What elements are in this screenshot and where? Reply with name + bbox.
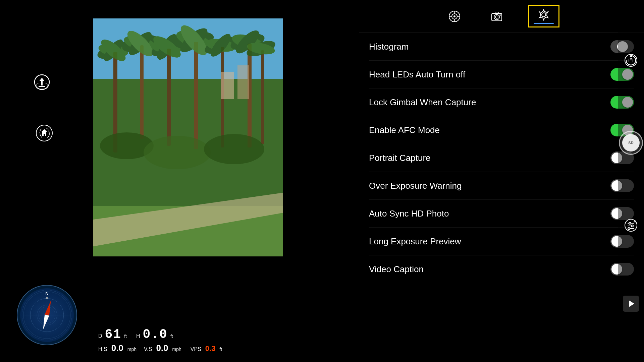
capture-button[interactable]: SD bbox=[619, 131, 643, 155]
hs-unit: mph bbox=[127, 347, 137, 352]
vs-label: V.S bbox=[144, 346, 152, 352]
vps-value: 0.3 bbox=[205, 344, 216, 353]
tab-active-indicator bbox=[534, 23, 554, 24]
svg-point-58 bbox=[495, 16, 498, 18]
distance-value: 61 bbox=[105, 327, 122, 342]
svg-marker-74 bbox=[629, 300, 634, 307]
settings-m-button[interactable]: M bbox=[621, 216, 641, 235]
capture-inner: SD bbox=[622, 134, 640, 152]
rotate-camera-button[interactable] bbox=[621, 51, 641, 70]
setting-label-video-caption: Video Caption bbox=[369, 264, 424, 275]
setting-label-portrait-capture: Portrait Capture bbox=[369, 153, 431, 163]
svg-rect-10 bbox=[261, 50, 264, 144]
setting-label-over-exposure: Over Exposure Warning bbox=[369, 181, 462, 191]
setting-row-head-leds: Head LEDs Auto Turn off bbox=[369, 61, 634, 88]
upload-button[interactable] bbox=[34, 74, 50, 92]
svg-point-72 bbox=[628, 228, 630, 230]
svg-point-65 bbox=[630, 58, 632, 59]
vs-unit: mph bbox=[172, 347, 181, 352]
compass-north-label: N bbox=[45, 291, 48, 296]
setting-row-video-caption: Video Caption bbox=[369, 255, 634, 283]
setting-label-auto-sync-hd: Auto Sync HD Photo bbox=[369, 208, 449, 219]
svg-rect-38 bbox=[221, 72, 234, 99]
compass: N bbox=[17, 285, 77, 345]
setting-label-histogram: Histogram bbox=[369, 42, 409, 52]
svg-point-37 bbox=[204, 134, 264, 164]
setting-label-lock-gimbal: Lock Gimbal When Capture bbox=[369, 97, 476, 108]
right-action-buttons: SD M bbox=[618, 0, 644, 362]
compass-circles-svg bbox=[20, 288, 74, 342]
tab-photo-mode[interactable] bbox=[443, 8, 466, 25]
tab-bar bbox=[359, 0, 644, 33]
svg-point-36 bbox=[144, 136, 211, 169]
setting-row-over-exposure: Over Exposure Warning bbox=[369, 172, 634, 200]
svg-point-68 bbox=[629, 222, 631, 224]
vps-label: VPS bbox=[191, 346, 201, 352]
hs-label: H.S bbox=[98, 346, 107, 352]
vs-value: 0.0 bbox=[156, 343, 168, 353]
height-value: 0.0 bbox=[143, 327, 168, 342]
tab-camera[interactable] bbox=[486, 8, 508, 25]
palm-trees-svg bbox=[93, 18, 283, 256]
playback-button[interactable] bbox=[623, 296, 639, 312]
height-unit: ft bbox=[170, 334, 173, 339]
setting-label-enable-afc: Enable AFC Mode bbox=[369, 125, 440, 135]
tab-settings[interactable] bbox=[528, 5, 559, 27]
setting-label-long-exposure: Long Exposure Preview bbox=[369, 236, 461, 247]
distance-unit: ft bbox=[124, 334, 127, 339]
camera-icon bbox=[491, 10, 503, 22]
right-panel: HistogramHead LEDs Auto Turn offLock Gim… bbox=[359, 0, 644, 362]
return-home-button[interactable] bbox=[35, 124, 54, 142]
svg-rect-6 bbox=[167, 49, 171, 146]
setting-row-long-exposure: Long Exposure Preview bbox=[369, 228, 634, 255]
setting-row-lock-gimbal: Lock Gimbal When Capture bbox=[369, 88, 634, 116]
svg-rect-5 bbox=[140, 45, 144, 139]
photo-mode-icon bbox=[448, 10, 461, 22]
telemetry-overlay: D 61 ft H 0.0 ft H.S 0.0 mph V.S 0.0 mph… bbox=[93, 324, 283, 356]
camera-feed bbox=[93, 18, 283, 256]
setting-row-enable-afc: Enable AFC Mode bbox=[369, 116, 634, 144]
svg-point-51 bbox=[453, 15, 455, 17]
vps-unit: ft bbox=[219, 347, 222, 352]
setting-row-auto-sync-hd: Auto Sync HD Photo bbox=[369, 200, 634, 228]
svg-marker-46 bbox=[39, 78, 45, 85]
setting-row-histogram: Histogram bbox=[369, 33, 634, 61]
hs-value: 0.0 bbox=[111, 343, 123, 353]
setting-label-head-leds: Head LEDs Auto Turn off bbox=[369, 69, 465, 80]
compass-container: N bbox=[17, 285, 77, 345]
compass-inner: N bbox=[20, 288, 74, 342]
svg-text:M: M bbox=[634, 220, 636, 223]
settings-icon bbox=[538, 9, 550, 21]
distance-label: D bbox=[98, 333, 102, 339]
svg-point-57 bbox=[494, 14, 499, 20]
height-label: H bbox=[136, 333, 140, 339]
settings-list: HistogramHead LEDs Auto Turn offLock Gim… bbox=[359, 33, 644, 283]
svg-point-70 bbox=[631, 225, 633, 227]
svg-point-60 bbox=[499, 14, 501, 16]
svg-rect-7 bbox=[194, 42, 198, 149]
setting-row-portrait-capture: Portrait Capture bbox=[369, 144, 634, 172]
svg-rect-39 bbox=[237, 65, 249, 99]
capture-sd-label: SD bbox=[628, 141, 633, 145]
svg-point-61 bbox=[542, 13, 546, 17]
svg-rect-59 bbox=[495, 12, 498, 14]
